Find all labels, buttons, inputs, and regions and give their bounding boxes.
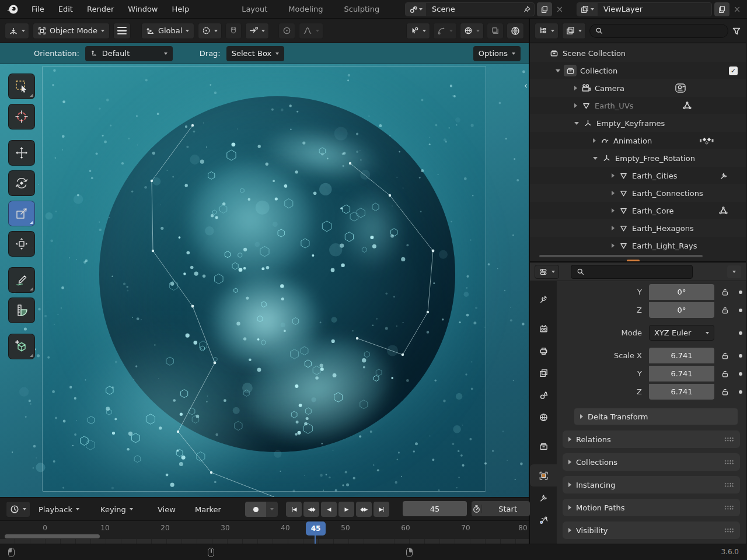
mesh-data-badge[interactable]	[718, 206, 728, 215]
expand-arrow-icon[interactable]	[612, 226, 615, 230]
timeline-scrollbar[interactable]	[5, 534, 100, 538]
tab-view-layer[interactable]	[530, 362, 557, 384]
collapse-arrow-icon[interactable]	[574, 122, 579, 125]
outliner-search-input[interactable]	[606, 26, 722, 35]
expand-arrow-icon[interactable]	[612, 208, 615, 213]
tab-render[interactable]	[530, 317, 557, 340]
start-frame-field[interactable]: Start	[486, 505, 530, 513]
timeline-ruler[interactable]: 0 10 20 30 40 50 60 70 80 45 ‹	[0, 521, 529, 544]
panel-instancing[interactable]: Instancing	[563, 476, 740, 494]
tool-select-box[interactable]	[8, 74, 35, 99]
drag-handle-icon[interactable]	[724, 528, 734, 533]
tab-scene[interactable]	[530, 384, 557, 406]
outliner-search[interactable]	[589, 24, 728, 38]
outliner-scrollbar[interactable]	[539, 255, 703, 257]
tab-layout[interactable]: Layout	[231, 5, 278, 13]
object-visibility-dropdown[interactable]	[406, 23, 430, 39]
scale-y-field[interactable]: 6.741	[649, 366, 714, 382]
panel-visibility[interactable]: Visibility	[563, 522, 740, 539]
tool-annotate[interactable]	[8, 267, 35, 293]
outliner-row-earth-core[interactable]: Earth_Core	[530, 202, 746, 219]
proportional-falloff-dropdown[interactable]	[299, 23, 323, 39]
tool-add-cube[interactable]	[8, 334, 35, 359]
outliner-row-scene-collection[interactable]: Scene Collection	[530, 44, 746, 62]
rotation-mode-dropdown[interactable]: XYZ Euler	[649, 325, 714, 341]
viewport-sidebar-toggle[interactable]: ‹	[524, 80, 528, 91]
filter-funnel-icon[interactable]	[732, 26, 741, 36]
orientation-setting-dropdown[interactable]: Default	[85, 46, 173, 61]
tool-move[interactable]	[8, 140, 35, 166]
playback-menu[interactable]: Playback	[39, 501, 79, 517]
lock-icon[interactable]	[720, 370, 729, 378]
scene-icon[interactable]	[406, 3, 426, 16]
outliner-row-earth-uvs[interactable]: Earth_UVs	[530, 97, 746, 114]
animate-dot[interactable]	[739, 331, 742, 335]
transform-orientation-dropdown[interactable]: Global	[141, 23, 194, 39]
menu-edit[interactable]: Edit	[51, 5, 80, 13]
pivot-point-dropdown[interactable]	[198, 23, 222, 39]
snap-magnet-toggle[interactable]	[225, 23, 242, 39]
tab-tool[interactable]	[530, 288, 557, 310]
animate-dot[interactable]	[739, 290, 742, 294]
expand-arrow-icon[interactable]	[612, 191, 615, 195]
xray-toggle[interactable]	[487, 23, 504, 39]
proportional-editing-toggle[interactable]	[278, 23, 295, 39]
drag-setting-dropdown[interactable]: Select Box	[226, 46, 284, 61]
outliner-row-animation[interactable]: Animation	[530, 132, 746, 149]
pin-icon[interactable]	[519, 5, 534, 13]
lock-icon[interactable]	[720, 388, 729, 396]
lock-icon[interactable]	[720, 288, 729, 296]
menu-render[interactable]: Render	[80, 5, 121, 13]
mode-dropdown[interactable]: Object Mode	[33, 23, 110, 39]
tab-physics[interactable]	[530, 509, 557, 531]
tab-modeling[interactable]: Modeling	[278, 5, 333, 13]
outliner-row-earth-light-rays[interactable]: Earth_Light_Rays	[530, 237, 746, 254]
outliner-row-earth-cities[interactable]: Earth_Cities	[530, 167, 746, 184]
editor-type-button[interactable]	[5, 23, 29, 39]
collapse-arrow-icon[interactable]	[556, 69, 560, 72]
panel-motion-paths[interactable]: Motion Paths	[563, 499, 740, 516]
drag-handle-icon[interactable]	[724, 482, 734, 488]
outliner-row-collection[interactable]: Collection ✓	[530, 62, 746, 79]
properties-search-input[interactable]	[588, 267, 687, 276]
collection-checkbox[interactable]: ✓	[729, 66, 738, 75]
animate-dot[interactable]	[739, 390, 742, 394]
lock-icon[interactable]	[720, 306, 729, 314]
auto-keying-record-button[interactable]	[245, 502, 266, 517]
rotation-z-field[interactable]: 0°	[649, 302, 714, 318]
previous-keyframe-button[interactable]: ◀◆	[303, 502, 319, 517]
panel-collections[interactable]: Collections	[563, 453, 740, 471]
play-button[interactable]: ▶	[338, 502, 354, 517]
expand-arrow-icon[interactable]	[612, 243, 615, 248]
outliner-display-mode-button[interactable]	[562, 23, 586, 39]
delta-transform-subpanel[interactable]: Delta Transform	[574, 408, 738, 425]
viewlayer-selector[interactable]: ViewLayer	[577, 2, 712, 16]
tab-modifiers[interactable]	[530, 487, 557, 509]
tool-measure[interactable]	[8, 298, 35, 323]
expand-arrow-icon[interactable]	[574, 103, 577, 108]
mesh-data-badge[interactable]	[682, 101, 692, 110]
scale-z-field[interactable]: 6.741	[649, 384, 714, 400]
tab-sculpting[interactable]: Sculpting	[333, 5, 390, 13]
menu-file[interactable]: File	[25, 5, 51, 13]
outliner-editor-type-button[interactable]	[535, 23, 558, 39]
menu-help[interactable]: Help	[165, 5, 197, 13]
animate-dot[interactable]	[739, 354, 742, 358]
panel-relations[interactable]: Relations	[563, 430, 740, 448]
snap-settings-dropdown[interactable]	[245, 23, 269, 39]
expand-arrow-icon[interactable]	[574, 86, 577, 90]
overlays-dropdown[interactable]	[460, 23, 484, 39]
properties-search[interactable]	[571, 265, 693, 279]
viewlayer-close-icon[interactable]: ×	[732, 4, 742, 15]
playhead[interactable]: 45	[306, 522, 326, 536]
scene-copy-button[interactable]	[537, 2, 552, 16]
viewlayer-icon[interactable]	[577, 3, 598, 16]
viewlayer-copy-button[interactable]	[714, 2, 729, 16]
outliner-row-empty-keyframes[interactable]: Empty_Keyframes	[530, 114, 746, 132]
timeline-marker-menu[interactable]: Marker	[195, 501, 221, 517]
expand-arrow-icon[interactable]	[612, 173, 615, 178]
tab-object-properties[interactable]	[530, 464, 557, 487]
current-frame-field[interactable]: 45	[403, 501, 467, 516]
tool-cursor[interactable]	[8, 104, 35, 130]
next-keyframe-button[interactable]: ◆▶	[356, 502, 372, 517]
